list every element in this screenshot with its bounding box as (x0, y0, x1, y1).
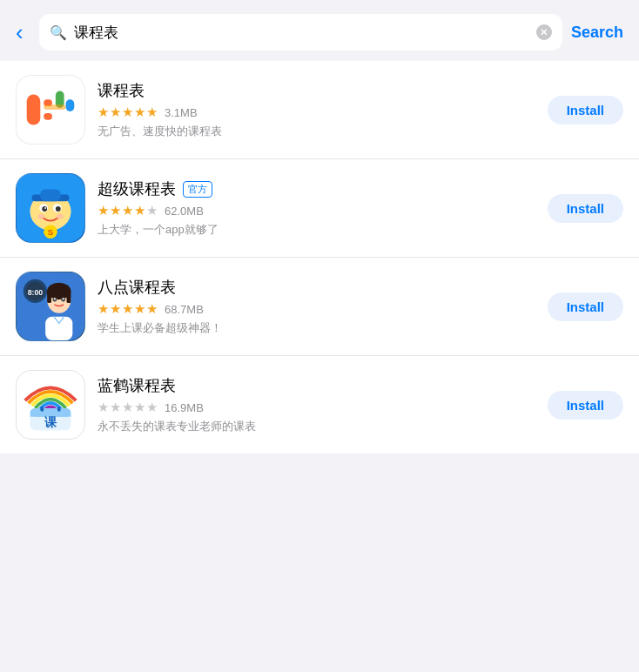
install-button[interactable]: Install (548, 96, 623, 124)
list-item: S 超级课程表 官方 ★ ★ ★ ★ ★ 62.0MB 上大学，一个app就够了… (0, 159, 639, 258)
star-5: ★ (146, 301, 158, 317)
svg-point-15 (37, 214, 44, 219)
star-1: ★ (98, 203, 109, 218)
star-5: ★ (146, 400, 158, 415)
svg-rect-33 (45, 317, 72, 340)
svg-text:课: 课 (44, 416, 57, 429)
svg-rect-3 (44, 113, 52, 120)
file-size: 62.0MB (165, 205, 204, 218)
install-button[interactable]: Install (548, 391, 623, 420)
search-icon: 🔍 (50, 24, 67, 41)
star-1: ★ (98, 104, 109, 120)
app-icon: S (16, 173, 85, 243)
app-icon (16, 75, 85, 144)
search-button[interactable]: Search (571, 24, 623, 42)
star-4: ★ (134, 400, 145, 415)
star-3: ★ (122, 104, 133, 120)
search-query-text: 课程表 (74, 23, 529, 43)
clear-button[interactable]: ✕ (536, 24, 552, 40)
svg-rect-27 (47, 290, 51, 304)
star-5: ★ (146, 203, 158, 218)
app-icon: 课 (16, 370, 85, 440)
star-1: ★ (98, 400, 109, 415)
stars: ★ ★ ★ ★ ★ (98, 104, 158, 120)
app-name: 八点课程表 (98, 277, 176, 298)
star-4: ★ (134, 203, 145, 218)
app-desc: 上大学，一个app就够了 (98, 222, 535, 238)
svg-rect-28 (67, 290, 71, 304)
svg-point-16 (57, 214, 64, 219)
star-5: ★ (146, 104, 158, 120)
rating-row: ★ ★ ★ ★ ★ 62.0MB (98, 203, 535, 218)
app-info: 课程表 ★ ★ ★ ★ ★ 3.1MB 无广告、速度快的课程表 (98, 80, 535, 139)
app-desc: 学生上课必备超级神器！ (98, 320, 535, 336)
list-item: 课程表 ★ ★ ★ ★ ★ 3.1MB 无广告、速度快的课程表 Install (0, 61, 639, 159)
app-name: 课程表 (98, 80, 145, 101)
star-2: ★ (110, 301, 121, 317)
svg-rect-5 (66, 99, 75, 111)
app-name: 超级课程表 (98, 178, 176, 199)
app-desc: 无广告、速度快的课程表 (98, 124, 535, 139)
svg-text:8:00: 8:00 (28, 288, 44, 297)
star-4: ★ (134, 301, 145, 317)
star-3: ★ (122, 301, 133, 317)
app-list: 课程表 ★ ★ ★ ★ ★ 3.1MB 无广告、速度快的课程表 Install (0, 61, 639, 454)
search-bar[interactable]: 🔍 课程表 ✕ (39, 14, 562, 50)
install-button[interactable]: Install (548, 194, 623, 223)
rating-row: ★ ★ ★ ★ ★ 16.9MB (98, 400, 535, 415)
app-name-row: 超级课程表 官方 (98, 178, 535, 199)
file-size: 16.9MB (165, 401, 204, 414)
svg-point-12 (42, 206, 47, 212)
stars: ★ ★ ★ ★ ★ (98, 400, 158, 415)
back-button[interactable]: ‹ (16, 17, 30, 47)
app-name: 蓝鹤课程表 (98, 375, 176, 396)
svg-rect-1 (27, 94, 41, 124)
app-info: 八点课程表 ★ ★ ★ ★ ★ 68.7MB 学生上课必备超级神器！ (98, 277, 535, 336)
file-size: 3.1MB (165, 106, 198, 119)
svg-rect-39 (40, 407, 44, 412)
app-info: 蓝鹤课程表 ★ ★ ★ ★ ★ 16.9MB 永不丢失的课表专业老师的课表 (98, 375, 535, 434)
header: ‹ 🔍 课程表 ✕ Search (0, 0, 639, 61)
app-info: 超级课程表 官方 ★ ★ ★ ★ ★ 62.0MB 上大学，一个app就够了 (98, 178, 535, 238)
star-1: ★ (98, 301, 109, 317)
rating-row: ★ ★ ★ ★ ★ 68.7MB (98, 301, 535, 317)
stars: ★ ★ ★ ★ ★ (98, 203, 158, 218)
app-name-row: 课程表 (98, 80, 535, 101)
list-item: 8:00 八点课程表 (0, 258, 639, 356)
app-name-row: 八点课程表 (98, 277, 535, 298)
svg-point-31 (54, 298, 56, 299)
star-2: ★ (110, 400, 121, 415)
app-icon: 8:00 (16, 272, 85, 341)
star-3: ★ (122, 400, 133, 415)
rating-row: ★ ★ ★ ★ ★ 3.1MB (98, 104, 535, 120)
star-2: ★ (110, 104, 121, 120)
svg-point-32 (63, 298, 64, 299)
star-2: ★ (110, 203, 121, 218)
svg-rect-18 (40, 190, 60, 202)
svg-point-14 (44, 207, 46, 209)
app-desc: 永不丢失的课表专业老师的课表 (98, 419, 535, 434)
app-name-row: 蓝鹤课程表 (98, 375, 535, 396)
star-3: ★ (122, 203, 133, 218)
svg-point-13 (56, 206, 61, 212)
svg-rect-40 (57, 407, 61, 412)
stars: ★ ★ ★ ★ ★ (98, 301, 158, 317)
install-button[interactable]: Install (548, 292, 623, 321)
file-size: 68.7MB (165, 303, 204, 316)
svg-rect-6 (44, 104, 65, 110)
official-badge: 官方 (183, 181, 212, 198)
svg-text:S: S (48, 227, 54, 237)
list-item: 课 蓝鹤课程表 ★ ★ ★ ★ ★ 16.9MB 永不丢失的课表专业老师的课 (0, 356, 639, 454)
star-4: ★ (134, 104, 145, 120)
